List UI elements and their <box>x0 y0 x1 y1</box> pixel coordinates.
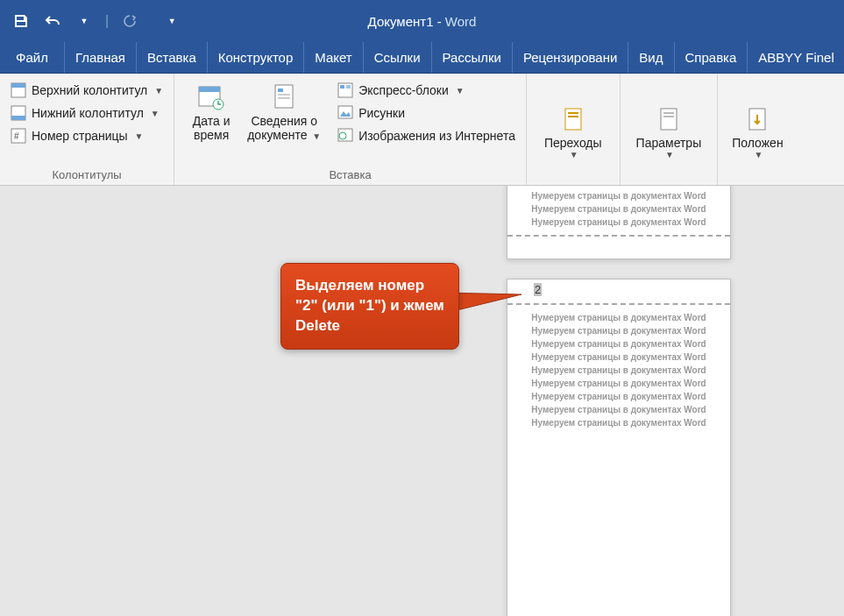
caret-down-icon: ▼ <box>312 131 321 141</box>
tab-abbyy[interactable]: ABBYY Finel <box>748 42 844 73</box>
tab-view[interactable]: Вид <box>628 42 674 73</box>
footer-icon <box>11 105 26 121</box>
tab-help[interactable]: Справка <box>675 42 748 73</box>
group-label: Колонтитулы <box>7 166 167 185</box>
ribbon-tabs: Файл Главная Вставка Конструктор Макет С… <box>0 42 844 74</box>
svg-rect-23 <box>661 109 677 130</box>
ribbon-group-options: Параметры ▼ <box>621 74 719 185</box>
svg-rect-14 <box>340 85 344 89</box>
callout-text: Выделяем номер "2" (или "1") и жмем Dele… <box>295 277 444 334</box>
titlebar: ▼ | ▼ Документ1 - Word <box>0 0 844 42</box>
tab-review[interactable]: Рецензировани <box>513 42 628 73</box>
svg-rect-15 <box>346 85 351 89</box>
document-name: Документ1 <box>368 14 434 29</box>
body-text-line: Нумеруем страницы в документах Word <box>525 338 713 350</box>
document-workspace[interactable]: Нумеруем страницы в документах Word Нуме… <box>0 186 844 616</box>
ribbon-group-navigation: Переходы ▼ <box>527 74 621 185</box>
caret-down-icon: ▼ <box>456 86 465 96</box>
ribbon: Верхний колонтитул ▼ Нижний колонтитул ▼… <box>0 74 844 186</box>
redo-icon[interactable] <box>119 11 140 32</box>
picture-icon <box>337 105 353 121</box>
tab-mailings[interactable]: Рассылки <box>432 42 513 73</box>
tab-file[interactable]: Файл <box>0 42 65 73</box>
tab-insert[interactable]: Вставка <box>137 42 208 73</box>
caret-down-icon: ▼ <box>570 150 578 159</box>
page-number-field[interactable]: 2 <box>507 280 730 303</box>
tab-references[interactable]: Ссылки <box>364 42 432 73</box>
group-label: Вставка <box>181 166 519 185</box>
svg-rect-11 <box>278 94 290 96</box>
options-icon <box>654 104 684 134</box>
caret-down-icon: ▼ <box>154 86 163 96</box>
window-title: Документ1 - Word <box>368 14 477 29</box>
caret-down-icon: ▼ <box>754 150 762 159</box>
body-text-line: Нумеруем страницы в документах Word <box>525 216 713 228</box>
undo-icon[interactable] <box>42 11 63 32</box>
calendar-icon <box>196 82 226 112</box>
svg-rect-25 <box>663 116 674 117</box>
svg-rect-21 <box>568 112 578 114</box>
position-button[interactable]: Положен ▼ <box>727 99 788 159</box>
selected-page-number: 2 <box>534 283 542 296</box>
document-page-1: Нумеруем страницы в документах Word Нуме… <box>507 186 731 259</box>
body-text-line: Нумеруем страницы в документах Word <box>525 365 713 376</box>
body-text-line: Нумеруем страницы в документах Word <box>525 404 713 415</box>
body-text-line: Нумеруем страницы в документах Word <box>525 391 713 402</box>
header-icon <box>11 82 26 98</box>
body-text-line: Нумеруем страницы в документах Word <box>525 325 713 336</box>
svg-rect-20 <box>565 109 581 130</box>
qat-customize-icon[interactable]: ▼ <box>161 11 182 32</box>
ribbon-group-insert: Дата и время Сведения о документе ▼ Эксп… <box>174 74 527 185</box>
svg-rect-1 <box>11 83 25 88</box>
svg-rect-7 <box>199 87 220 92</box>
position-icon <box>742 104 772 134</box>
qat-separator: | <box>105 13 109 29</box>
body-text-line: Нумеруем страницы в документах Word <box>525 190 713 202</box>
navigation-icon <box>558 104 588 134</box>
quick-access-toolbar: ▼ | ▼ <box>11 11 182 32</box>
globe-picture-icon <box>337 128 353 144</box>
svg-rect-3 <box>11 116 25 120</box>
online-pictures-button[interactable]: Изображения из Интернета <box>334 126 519 145</box>
body-text-line: Нумеруем страницы в документах Word <box>525 203 713 215</box>
quick-parts-icon <box>337 82 353 98</box>
body-text-line: Нумеруем страницы в документах Word <box>525 378 713 389</box>
body-text-line: Нумеруем страницы в документах Word <box>525 351 713 363</box>
svg-rect-22 <box>568 116 578 117</box>
caret-down-icon: ▼ <box>135 131 144 141</box>
navigation-button[interactable]: Переходы ▼ <box>539 99 607 159</box>
save-icon[interactable] <box>11 11 32 32</box>
footer-separator <box>507 235 730 237</box>
document-page-2: 2 Нумеруем страницы в документах Word Ну… <box>507 279 731 616</box>
caret-down-icon: ▼ <box>665 150 674 159</box>
body-text-line: Нумеруем страницы в документах Word <box>525 417 713 428</box>
svg-text:#: # <box>14 131 19 141</box>
ribbon-group-header-footer: Верхний колонтитул ▼ Нижний колонтитул ▼… <box>0 74 174 185</box>
app-name: Word <box>445 14 477 29</box>
instruction-callout: Выделяем номер "2" (или "1") и жмем Dele… <box>280 263 459 350</box>
undo-dropdown-icon[interactable]: ▼ <box>74 11 95 32</box>
caret-down-icon: ▼ <box>151 109 160 118</box>
svg-rect-10 <box>278 89 283 92</box>
footer-button[interactable]: Нижний колонтитул ▼ <box>7 103 167 123</box>
header-button[interactable]: Верхний колонтитул ▼ <box>7 81 167 100</box>
ribbon-group-position: Положен ▼ <box>718 74 797 185</box>
document-info-button[interactable]: Сведения о документе ▼ <box>241 77 327 166</box>
pictures-button[interactable]: Рисунки <box>334 103 519 123</box>
page-number-icon: # <box>11 128 26 144</box>
svg-rect-24 <box>663 112 674 114</box>
body-text-line: Нумеруем страницы в документах Word <box>525 312 713 323</box>
tab-home[interactable]: Главная <box>65 42 137 73</box>
options-button[interactable]: Параметры ▼ <box>631 99 707 159</box>
svg-rect-9 <box>275 85 293 108</box>
svg-rect-12 <box>278 97 290 99</box>
page-number-button[interactable]: # Номер страницы ▼ <box>7 126 167 145</box>
svg-rect-18 <box>338 129 352 141</box>
document-info-icon <box>269 82 299 112</box>
tab-layout[interactable]: Макет <box>304 42 363 73</box>
date-time-button[interactable]: Дата и время <box>181 77 241 166</box>
tab-design[interactable]: Конструктор <box>208 42 305 73</box>
quick-parts-button[interactable]: Экспресс-блоки ▼ <box>334 81 519 100</box>
